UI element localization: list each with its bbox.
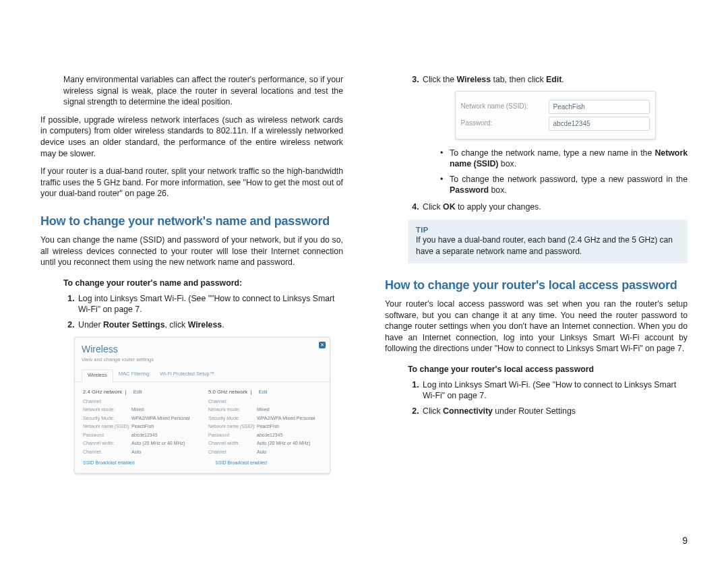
step-3: Click the Wireless tab, then click Edit.…: [421, 74, 688, 196]
paragraph-env: Many environmental variables can affect …: [63, 74, 343, 108]
step-3-pre: Click the: [423, 75, 457, 84]
heading-change-network: How to change your network's name and pa…: [40, 213, 343, 229]
k: Password:: [208, 432, 257, 438]
step-2: Under Router Settings, click Wireless.: [77, 319, 343, 331]
row-24-0: Channel:: [83, 398, 196, 404]
step-2-pre: Under: [78, 320, 103, 330]
step-1-text: Log into Linksys Smart Wi-Fi. (See ""How…: [78, 294, 335, 315]
tab-mac-filtering[interactable]: MAC Filtering: [113, 369, 154, 381]
edit-link-24[interactable]: Edit: [133, 389, 142, 395]
tip-body: If you have a dual-band router, each ban…: [416, 235, 679, 256]
local-step-2: Click Connectivity under Router Settings: [421, 406, 688, 417]
step-3-mid: tab, then click: [491, 75, 546, 84]
row-50-2: Security Mode:WPA2/WPA Mixed Personal: [208, 415, 322, 421]
k: Network mode:: [83, 406, 131, 412]
s4-b: OK: [443, 202, 455, 212]
step-4: Click OK to apply your changes.: [421, 201, 688, 213]
steps-local-access: Log into Linksys Smart Wi-Fi. (See "How …: [408, 379, 688, 417]
network-24ghz-header: 2.4 GHz network | Edit: [83, 389, 196, 396]
row-50-1: Network mode:Mixed: [208, 406, 322, 412]
bullet-ssid: To change the network name, type a new n…: [440, 148, 688, 170]
v: abcde12345: [257, 432, 283, 438]
b1-pre: To change the network name, type a new n…: [450, 148, 655, 158]
step-2-b2: Wireless: [188, 320, 222, 330]
row-24-6: Channel:Auto: [83, 449, 196, 455]
page-container: Many environmental variables can affect …: [0, 0, 728, 562]
k: Security Mode:: [208, 415, 257, 421]
row-24-4: Password:abcde12345: [83, 432, 196, 438]
row-50-6: Channel:Auto: [208, 449, 322, 455]
two-column-layout: Many environmental variables can affect …: [40, 74, 688, 474]
bullet-password: To change the network password, type a n…: [440, 174, 688, 196]
change-substeps: To change the network name, type a new n…: [440, 148, 688, 196]
k: Channel:: [83, 398, 131, 404]
k: Channel:: [83, 449, 131, 455]
v: WPA2/WPA Mixed Personal: [257, 415, 315, 421]
b2-pre: To change the network password, type a n…: [450, 175, 688, 184]
wireless-settings-panel: Wireless View and change router settings…: [74, 337, 330, 473]
edit-link-50[interactable]: Edit: [259, 389, 268, 395]
network-5ghz-label: 5.0 GHz network: [208, 389, 247, 395]
s4-post: to apply your changes.: [456, 202, 541, 212]
password-label: Password:: [461, 119, 549, 128]
row-24-5: Channel width:Auto (20 MHz or 40 MHz): [83, 440, 196, 446]
paragraph-upgrade: If possible, upgrade wireless network in…: [40, 115, 343, 159]
network-5ghz-header: 5.0 GHz network | Edit: [208, 389, 322, 396]
k: Network name (SSID):: [83, 423, 131, 429]
step-2-mid: , click: [164, 320, 187, 330]
v: PeachFish: [131, 423, 154, 429]
row-50-5: Channel width:Auto (20 MHz or 40 MHz): [208, 440, 322, 446]
step-3-b1: Wireless: [457, 75, 491, 84]
local-step-1: Log into Linksys Smart Wi-Fi. (See "How …: [421, 379, 688, 402]
k: Network mode:: [208, 406, 257, 412]
step-3-post: .: [562, 75, 564, 84]
wireless-panel-header: Wireless View and change router settings…: [75, 338, 330, 365]
password-row: Password:: [461, 117, 650, 131]
step-3-b2: Edit: [546, 75, 562, 84]
b2-b: Password: [450, 185, 489, 195]
k: Channel width:: [208, 440, 257, 446]
v: Auto: [131, 449, 141, 455]
b1-post: box.: [498, 159, 516, 168]
heading-local-access: How to change your router's local access…: [385, 277, 688, 293]
tab-wireless[interactable]: Wireless: [82, 369, 113, 381]
step-1: Log into Linksys Smart Wi-Fi. (See ""How…: [77, 293, 343, 315]
network-24ghz: 2.4 GHz network | Edit Channel: Network …: [83, 389, 196, 458]
steps-change-network-continued: Click the Wireless tab, then click Edit.…: [408, 74, 688, 213]
s4-pre: Click: [423, 202, 443, 212]
row-24-1: Network mode:Mixed: [83, 406, 196, 412]
paragraph-dualband: If your router is a dual-band router, sp…: [40, 166, 343, 199]
paragraph-change-intro: You can change the name (SSID) and passw…: [40, 235, 343, 268]
wireless-panel-body: 2.4 GHz network | Edit Channel: Network …: [75, 382, 330, 460]
password-input[interactable]: [549, 117, 650, 131]
ls2-b: Connectivity: [443, 406, 493, 416]
page-number: 9: [682, 534, 688, 547]
k: Security Mode:: [83, 415, 131, 421]
wireless-panel-title: Wireless: [82, 343, 323, 356]
local-step-1-text: Log into Linksys Smart Wi-Fi. (See "How …: [423, 380, 676, 401]
row-50-0: Channel:: [208, 398, 322, 404]
k: Network name (SSID):: [208, 423, 257, 429]
k: Channel width:: [83, 440, 131, 446]
tip-label: TIP: [416, 225, 679, 235]
ssid-broadcast-left: SSID Broadcast enabled: [75, 460, 206, 468]
k: Password:: [83, 432, 131, 438]
v: Auto (20 MHz or 40 MHz): [257, 440, 310, 446]
network-5ghz: 5.0 GHz network | Edit Channel: Network …: [208, 389, 322, 458]
ssid-password-panel: Network name (SSID): Password:: [455, 91, 656, 139]
tab-wps[interactable]: Wi-Fi Protected Setup™: [154, 369, 220, 381]
v: Auto: [257, 449, 266, 455]
row-24-2: Security Mode:WPA2/WPA Mixed Personal: [83, 415, 196, 421]
ssid-label: Network name (SSID):: [461, 102, 549, 111]
k: Channel:: [208, 449, 257, 455]
wireless-panel-tabs: Wireless MAC Filtering Wi-Fi Protected S…: [75, 365, 330, 381]
close-icon[interactable]: ✕: [319, 342, 326, 348]
ssid-input[interactable]: [549, 100, 650, 114]
procedure-title-change: To change your router's name and passwor…: [63, 278, 343, 289]
right-column: Click the Wireless tab, then click Edit.…: [385, 74, 688, 474]
k: Channel:: [208, 398, 257, 404]
row-24-3: Network name (SSID):PeachFish: [83, 423, 196, 429]
v: PeachFish: [257, 423, 279, 429]
left-column: Many environmental variables can affect …: [40, 74, 343, 474]
v: Mixed: [131, 406, 144, 412]
